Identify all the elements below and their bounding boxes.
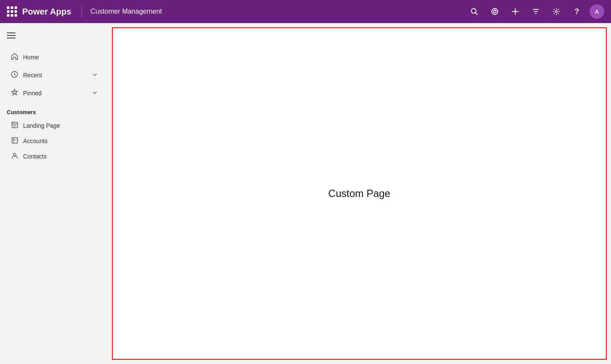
sidebar-recent-label: Recent — [23, 72, 88, 79]
svg-point-2 — [492, 9, 498, 15]
sidebar-item-pinned[interactable]: Pinned — [3, 85, 104, 101]
app-name: Customer Management — [91, 8, 162, 15]
contacts-icon — [10, 152, 19, 161]
sidebar-item-recent[interactable]: Recent — [3, 67, 104, 83]
app-launcher-button[interactable] — [7, 6, 17, 17]
accounts-label: Accounts — [23, 138, 48, 144]
sidebar-item-home[interactable]: Home — [3, 49, 104, 65]
topbar: Power Apps Customer Management — [0, 0, 611, 23]
filter-icon[interactable] — [528, 4, 543, 19]
recent-chevron-icon — [92, 72, 97, 79]
home-icon — [10, 53, 19, 62]
sidebar-item-contacts[interactable]: Contacts — [3, 149, 104, 164]
help-icon[interactable]: ? — [569, 4, 585, 19]
svg-line-1 — [476, 13, 478, 15]
custom-page-label: Custom Page — [328, 188, 390, 200]
app-title: Power Apps — [22, 7, 71, 17]
add-icon[interactable] — [508, 4, 523, 19]
landing-page-label: Landing Page — [23, 122, 60, 129]
main-layout: Home Recent Pinn — [0, 23, 611, 364]
avatar-initials: A — [595, 9, 599, 15]
sidebar-pinned-label: Pinned — [23, 90, 88, 97]
sidebar: Home Recent Pinn — [0, 23, 108, 364]
svg-point-20 — [12, 123, 13, 123]
svg-rect-23 — [12, 138, 18, 143]
pinned-icon — [10, 88, 19, 98]
content-area: Custom Page — [108, 23, 611, 364]
recent-icon — [10, 70, 19, 80]
sidebar-home-label: Home — [23, 54, 97, 61]
landing-page-icon — [10, 121, 19, 130]
sidebar-item-accounts[interactable]: Accounts — [3, 134, 104, 148]
hamburger-button[interactable] — [0, 28, 108, 45]
topbar-divider — [82, 6, 82, 18]
svg-point-3 — [494, 10, 496, 13]
search-icon[interactable] — [467, 4, 482, 19]
content-frame: Custom Page — [112, 27, 607, 360]
customers-section-label: Customers — [0, 102, 108, 118]
svg-point-26 — [13, 153, 16, 156]
svg-point-13 — [555, 11, 558, 13]
accounts-icon — [10, 137, 19, 145]
avatar[interactable]: A — [590, 4, 604, 19]
sidebar-item-landing-page[interactable]: Landing Page — [3, 118, 104, 133]
contacts-label: Contacts — [23, 153, 47, 160]
pinned-chevron-icon — [92, 90, 97, 97]
target-icon[interactable] — [487, 4, 502, 19]
settings-icon[interactable] — [549, 4, 564, 19]
